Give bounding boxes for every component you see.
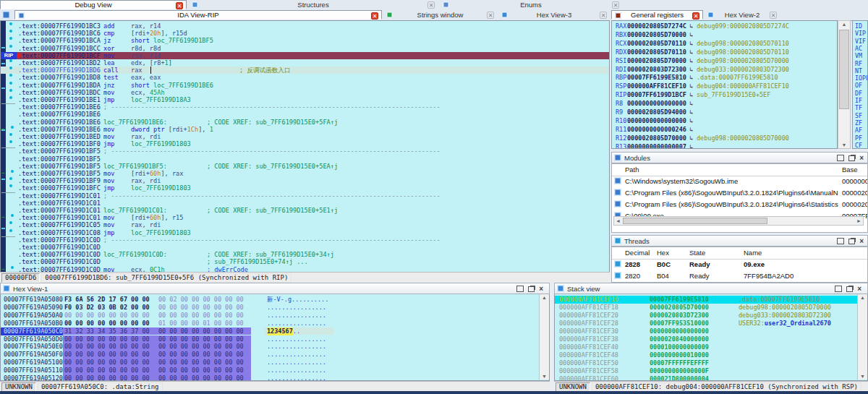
hex-row[interactable]: 00007FF619A0510000 00 00 00 00 00 00 000…	[1, 359, 549, 367]
disasm-line[interactable]: .text:00007FF6199D1BE6	[1, 111, 609, 118]
close-icon[interactable]: ✕	[487, 12, 494, 19]
scroll-down-icon[interactable]: ▼	[542, 374, 547, 379]
maximize-icon[interactable]	[837, 155, 844, 161]
stack-row[interactable]: 000000AFF81CEF180000020805D70000debug098…	[555, 304, 867, 312]
thread-row[interactable]: 2828B0CReady09.exe	[612, 259, 867, 270]
module-row[interactable]: C:\Program Files (x86)\SogouWBInput\3.2.…	[612, 187, 867, 199]
disasm-line[interactable]: .text:00007FF6199D1C0Dloc_7FF6199D1C0D:;…	[1, 251, 609, 258]
hex-row[interactable]: 00007FF619A0511000 00 00 00 00 00 00 000…	[1, 367, 549, 374]
stack-row[interactable]: 000000AFF81CEF200000020803D72300debug033…	[555, 312, 867, 320]
float-icon[interactable]	[848, 239, 855, 244]
hex-vscrollbar[interactable]: ▲▼	[539, 294, 549, 380]
close-icon[interactable]: ×	[539, 286, 543, 291]
maximize-icon[interactable]	[835, 286, 842, 292]
hex-row[interactable]: 00007FF619A050B000 00 00 00 00 00 00 000…	[1, 320, 549, 327]
modules-title-bar[interactable]: Modules ×	[611, 152, 868, 163]
disasm-line[interactable]: .text:00007FF6199D1C0D; sub_7FF6199D15E0…	[1, 258, 609, 265]
stack-row[interactable]: 000000AFF81CEF1000007FF6199E5810.data:00…	[555, 296, 867, 304]
register-row[interactable]: R120000020805D70000↳debug098:0000020805D…	[612, 134, 837, 143]
disasm-line[interactable]: .text:00007FF6199D1C08jmploc_7FF6199D180…	[1, 229, 609, 236]
register-row[interactable]: RIP00007FF6199D1BCF↳sub_7FF6199D15E0+5EF	[612, 91, 837, 100]
stack-row[interactable]: 000000AFF81CEF5000007FFFFFFEFFFF	[555, 359, 867, 367]
flag-if[interactable]: IF	[855, 97, 862, 104]
disasm-line[interactable]: .text:00007FF6199D1BDAjnzshort loc_7FF61…	[1, 82, 609, 89]
hex-view-title-bar[interactable]: Hex View-1 ×	[0, 283, 550, 294]
close-icon[interactable]: ×	[859, 239, 864, 244]
disasm-line[interactable]: →.text:00007FF6199D1C01mov[rdi+60h], r15	[1, 214, 609, 221]
flag-df[interactable]: DF	[855, 90, 862, 97]
disasm-line[interactable]: .text:00007FF6199D1BEDmovrax, rdi	[1, 133, 609, 140]
maximize-icon[interactable]	[516, 286, 524, 292]
register-row[interactable]: R90000020805D94000↳	[612, 108, 837, 117]
disasm-line[interactable]: .text:00007FF6199D1BC3addrax, r14	[1, 22, 609, 30]
disasm-line[interactable]: .text:00007FF6199D1BD2leaedx, [r8+1]	[1, 59, 609, 67]
disasm-line[interactable]: .text:00007FF6199D1BE1jmploc_7FF6199D18A…	[1, 96, 609, 103]
disasm-line[interactable]: .text:00007FF6199D1BDCmovecx, 45Ah	[1, 89, 609, 96]
flag-id[interactable]: ID	[855, 22, 862, 30]
stack-row[interactable]: 000000AFF81CEF380000020840000000	[555, 335, 867, 343]
scroll-up-icon[interactable]: ▲	[838, 22, 850, 27]
disasm-line[interactable]: .text:00007FF6199D1BCCxorr8d, r8d	[1, 45, 609, 52]
close-icon[interactable]: ✕	[371, 12, 378, 20]
registers-scrollbar[interactable]: ▲ ▼	[838, 20, 851, 149]
close-icon[interactable]: ✕	[600, 12, 607, 19]
flag-ac[interactable]: AC	[855, 45, 862, 52]
flag-zf[interactable]: ZF	[855, 119, 862, 127]
tab-ida-view-rip[interactable]: IDA View-RIP✕	[14, 10, 382, 20]
close-icon[interactable]: ✕	[176, 2, 183, 9]
close-icon[interactable]: ✕	[427, 1, 435, 9]
register-row[interactable]: RSP000000AFF81CEF10↳debug004:000000AFF81…	[612, 82, 837, 91]
disasm-line[interactable]: .text:00007FF6199D1BCAjzshort loc_7FF619…	[1, 37, 609, 44]
tab-hex-view-2[interactable]: Hex View-2✕	[705, 10, 780, 20]
disasm-line[interactable]: .text:00007FF6199D1BF5loc_7FF6199D1BF5:;…	[1, 163, 609, 170]
register-row[interactable]: RDX0000020805D70110↳debug098:0000020805D…	[612, 48, 837, 57]
tab-structures[interactable]: Structures✕	[189, 0, 438, 9]
register-row[interactable]: RDI0000020803D72300↳debug033:0000020803D…	[612, 66, 837, 74]
register-row[interactable]: R80000000000000000↳	[612, 100, 837, 108]
flag-rf[interactable]: RF	[855, 60, 862, 67]
flag-nt[interactable]: NT	[855, 67, 862, 74]
disasm-line[interactable]: .text:00007FF6199D1BE6loc_7FF6199D1BE6:;…	[1, 119, 609, 126]
flag-of[interactable]: OF	[855, 82, 862, 89]
tab-strings-window[interactable]: Strings window✕	[383, 10, 497, 20]
disasm-line[interactable]: .text:00007FF6199D1BF9movrax, rdi	[1, 177, 609, 184]
hex-row[interactable]: 00007FF619A050F000 00 00 00 00 00 00 000…	[1, 351, 549, 359]
float-icon[interactable]	[846, 286, 853, 292]
disasm-line[interactable]: .text:00007FF6199D1BD8testeax, eax	[1, 74, 609, 81]
disasm-line[interactable]: .text:00007FF6199D1BF5	[1, 155, 609, 163]
hex-row[interactable]: 00007FF619A0512000 00 00 00 00 00 00 000…	[1, 374, 549, 381]
register-row[interactable]: R130000000000000007↳	[612, 143, 837, 149]
stack-row[interactable]: 000000AFF81CEF58000000000000000F	[555, 367, 867, 375]
flag-iopl[interactable]: IOPL	[855, 74, 868, 82]
disasm-line[interactable]: .text:00007FF6199D1C0D	[1, 244, 609, 251]
flag-vif[interactable]: VIF	[855, 38, 866, 45]
module-row[interactable]: C:\Windows\system32\SogouWb.ime0000000	[612, 176, 867, 187]
close-icon[interactable]: ✕	[612, 1, 619, 9]
disasm-line[interactable]: .text:00007FF6199D1BD6callrax; 反调试函数入口	[1, 67, 609, 74]
stack-vscrollbar[interactable]: ▲▼	[857, 294, 867, 380]
main-splitter[interactable]	[610, 20, 611, 283]
flag-tf[interactable]: TF	[855, 104, 862, 111]
stack-title-bar[interactable]: Stack view ×	[554, 283, 868, 294]
disasm-line[interactable]: .text:00007FF6199D1BCFmovrcx, r14	[1, 52, 609, 59]
stack-row[interactable]: 000000AFF81CEF400000100000000009	[555, 343, 867, 351]
threads-title-bar[interactable]: Threads ×	[611, 235, 868, 247]
scroll-left-icon[interactable]: ◄	[616, 218, 621, 223]
tab-enums[interactable]: Enums✕	[440, 0, 622, 9]
scroll-up-icon[interactable]: ▲	[860, 295, 865, 300]
scroll-down-icon[interactable]: ▼	[838, 142, 850, 147]
tab-debug-view[interactable]: Debug View✕	[0, 0, 187, 9]
close-icon[interactable]: ×	[859, 155, 864, 160]
hex-row[interactable]: 00007FF619A050A000 00 00 00 00 00 00 000…	[1, 312, 549, 320]
hex-row[interactable]: 00007FF619A050D000 00 00 00 00 00 00 000…	[1, 335, 549, 343]
disasm-line[interactable]: .text:00007FF6199D1C05movrax, rdi	[1, 221, 609, 228]
thread-row[interactable]: 2820B04Ready7FF954BA2AD0	[612, 270, 867, 282]
disasm-line[interactable]: .text:00007FF6199D1BF0jmploc_7FF6199D180…	[1, 140, 609, 147]
disasm-line[interactable]: .text:00007FF6199D1BFCjmploc_7FF6199D180…	[1, 184, 609, 192]
tab-general-registers[interactable]: General registers✕	[611, 10, 703, 20]
flag-sf[interactable]: SF	[855, 112, 862, 119]
float-icon[interactable]	[528, 286, 535, 292]
module-row[interactable]: C:\Program Files (x86)\SogouWBInput\3.2.…	[612, 199, 867, 210]
stack-row[interactable]: 000000AFF81CEF60000021D800000004	[555, 375, 867, 381]
modules-hscrollbar[interactable]: ◄►	[613, 216, 864, 226]
